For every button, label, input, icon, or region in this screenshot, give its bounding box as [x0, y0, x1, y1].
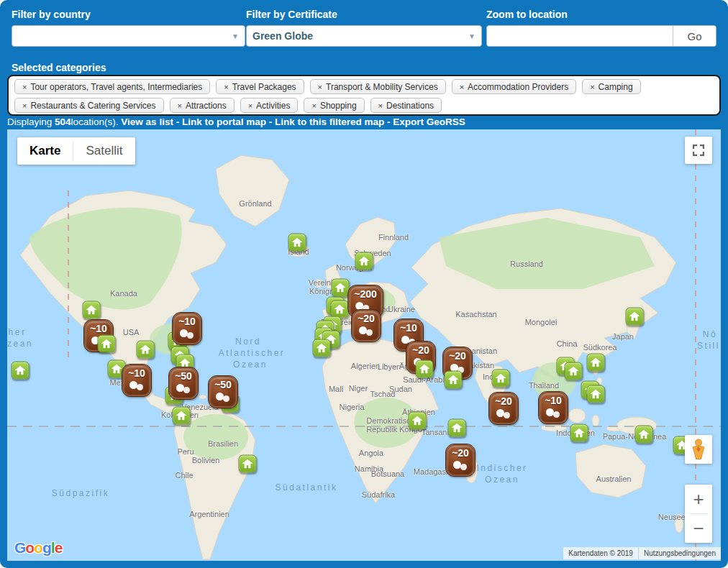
house-icon — [176, 411, 187, 421]
category-tag[interactable]: ×Camping — [582, 79, 640, 94]
category-tag[interactable]: ×Travel Packages — [216, 79, 304, 94]
cluster-marker[interactable]: ~10 — [539, 392, 568, 423]
house-icon — [140, 345, 151, 354]
zoom-to-location-label: Zoom to location — [486, 9, 716, 20]
category-tag[interactable]: ×Tour operators, Travel agents, Intermed… — [14, 79, 210, 94]
house-icon — [317, 344, 327, 353]
category-tag[interactable]: ×Restaurants & Catering Services — [14, 98, 164, 113]
map-canvas[interactable]: KanadaUSAMexikoVenezuelaKolumbienPeruBra… — [7, 129, 721, 561]
location-marker[interactable] — [492, 370, 510, 388]
cluster-marker[interactable]: ~20 — [446, 444, 475, 476]
cluster-marker[interactable]: ~50 — [169, 367, 198, 399]
house-icon — [112, 365, 122, 374]
house-icon — [180, 359, 191, 368]
chevron-down-icon: ▼ — [468, 32, 476, 40]
cluster-count-label: ~10 — [128, 367, 145, 380]
category-tag-label: Destinations — [386, 101, 434, 111]
cluster-marker[interactable]: ~10 — [122, 365, 151, 396]
google-logo-letter: o — [25, 539, 34, 556]
location-marker[interactable] — [137, 341, 155, 359]
zoom-in-button[interactable]: + — [685, 485, 712, 513]
remove-tag-icon[interactable]: × — [590, 83, 594, 91]
house-icon — [412, 416, 423, 426]
map-type-karte-button[interactable]: Karte — [17, 137, 73, 165]
location-marker[interactable] — [570, 424, 588, 442]
cluster-dots-icon — [137, 384, 143, 390]
location-marker[interactable] — [626, 308, 644, 326]
location-marker[interactable] — [355, 252, 373, 270]
map-copyright: Kartendaten © 2019 — [563, 547, 638, 559]
house-icon — [639, 430, 650, 439]
remove-tag-icon[interactable]: × — [178, 101, 182, 110]
filters-row: Filter by country ▼ Filter by Certificat… — [7, 9, 721, 52]
google-logo-letter: G — [14, 539, 25, 556]
category-tag[interactable]: ×Activities — [240, 98, 299, 113]
house-icon — [292, 238, 303, 247]
remove-tag-icon[interactable]: × — [22, 83, 27, 91]
location-marker[interactable] — [83, 301, 101, 319]
remove-tag-icon[interactable]: × — [224, 83, 228, 91]
location-marker[interactable] — [565, 362, 583, 380]
certificate-select[interactable]: Green Globe ▼ — [246, 25, 482, 47]
cluster-marker[interactable]: ~50 — [209, 376, 237, 408]
location-marker[interactable] — [239, 455, 257, 473]
terms-of-use-link[interactable]: Nutzungsbedingungen — [638, 547, 721, 559]
cluster-count-label: ~20 — [452, 447, 469, 459]
category-tag[interactable]: ×Destinations — [370, 98, 442, 113]
category-tag[interactable]: ×Transport & Mobility Services — [310, 79, 446, 94]
category-tag[interactable]: ×Attractions — [170, 98, 235, 113]
remove-tag-icon[interactable]: × — [22, 101, 27, 110]
fullscreen-button[interactable] — [685, 137, 712, 164]
house-icon — [496, 374, 506, 383]
location-marker[interactable] — [332, 279, 350, 297]
house-icon — [452, 423, 463, 433]
status-link[interactable]: Link to portal map — [182, 116, 266, 127]
zoom-to-location-input[interactable] — [487, 26, 673, 46]
remove-tag-icon[interactable]: × — [460, 83, 464, 91]
location-marker[interactable] — [288, 234, 306, 252]
category-tag[interactable]: ×Accommodation Providers — [452, 79, 577, 94]
country-select[interactable]: ▼ — [12, 25, 245, 47]
zoom-control: + − — [685, 485, 712, 543]
filter-certificate-label: Filter by Certificate — [246, 9, 482, 20]
house-icon — [359, 257, 370, 266]
house-icon — [591, 358, 601, 367]
remove-tag-icon[interactable]: × — [318, 83, 322, 91]
location-marker[interactable] — [587, 385, 605, 403]
zoom-out-button[interactable]: − — [685, 514, 712, 543]
cluster-marker[interactable]: ~20 — [489, 393, 518, 424]
location-marker[interactable] — [635, 426, 653, 444]
location-marker[interactable] — [98, 335, 116, 353]
remove-tag-icon[interactable]: × — [378, 101, 383, 110]
location-marker[interactable] — [445, 371, 463, 389]
house-icon — [86, 306, 97, 315]
status-line: Displaying 504location(s). View as list … — [7, 116, 721, 129]
cluster-marker[interactable]: ~20 — [352, 310, 381, 342]
pegman-button[interactable] — [685, 435, 712, 464]
location-marker[interactable] — [587, 354, 605, 372]
remove-tag-icon[interactable]: × — [248, 101, 252, 110]
map-type-satellit-button[interactable]: Satellit — [73, 137, 135, 165]
status-link[interactable]: Link to this filtered map — [275, 116, 384, 127]
status-link[interactable]: Export GeoRSS — [393, 116, 465, 127]
location-marker[interactable] — [173, 407, 191, 425]
location-marker[interactable] — [448, 419, 466, 437]
category-tag-label: Attractions — [186, 101, 227, 111]
house-icon — [591, 390, 601, 399]
cluster-count-label: ~50 — [214, 379, 232, 391]
cluster-count-label: ~20 — [449, 350, 466, 362]
location-marker[interactable] — [409, 412, 427, 430]
status-link[interactable]: View as list — [121, 116, 173, 127]
house-icon — [101, 339, 112, 349]
house-icon — [448, 375, 459, 385]
remove-tag-icon[interactable]: × — [311, 101, 316, 110]
cluster-marker[interactable]: ~10 — [173, 313, 201, 344]
location-marker[interactable] — [313, 339, 331, 357]
category-tag[interactable]: ×Shopping — [304, 98, 364, 113]
google-logo[interactable]: Google — [14, 539, 62, 556]
location-marker[interactable] — [12, 362, 29, 380]
go-button[interactable]: Go — [673, 26, 716, 46]
location-marker[interactable] — [416, 360, 434, 378]
cluster-count-label: ~20 — [495, 395, 512, 408]
cluster-dots-icon — [504, 412, 510, 418]
